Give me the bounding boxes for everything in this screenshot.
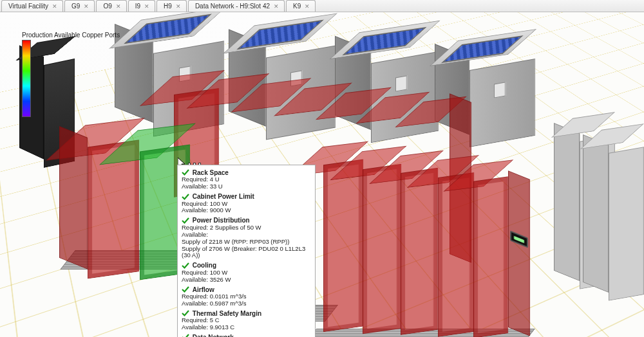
tooltip-value: Available: 3526 W [182, 277, 311, 284]
legend-title: Production Available Copper Ports [22, 32, 151, 39]
close-icon[interactable]: ✕ [176, 3, 181, 10]
close-icon[interactable]: ✕ [305, 3, 310, 10]
check-icon [182, 333, 189, 337]
check-icon [182, 217, 189, 224]
tab-data-network[interactable]: Data Network - H9:Slot 42 ✕ [188, 0, 285, 12]
tab-g9[interactable]: G9 ✕ [64, 0, 95, 12]
tooltip-value: Supply of 2218 W (RPP: RPP03 (RPP)) [182, 239, 311, 246]
legend-gradient [22, 40, 31, 117]
viewport-3d[interactable]: Production Available Copper Ports Rack S… [0, 12, 644, 337]
tab-label: O9 [103, 3, 111, 10]
close-icon[interactable]: ✕ [144, 3, 149, 10]
close-icon[interactable]: ✕ [84, 3, 89, 10]
tooltip-section-title: Cooling [193, 262, 216, 269]
tab-label: Virtual Facility [8, 3, 48, 10]
rack-capacity-tooltip: Rack Space Required: 4 U Available: 33 U… [177, 165, 316, 337]
tab-label: H9 [164, 3, 172, 10]
tooltip-section-title: Cabinet Power Limit [193, 193, 254, 200]
legend: Production Available Copper Ports [22, 32, 151, 117]
tooltip-value: Available: 9.9013 C [182, 324, 311, 331]
tooltip-value: Available: 33 U [182, 183, 311, 190]
tooltip-value: Supply of 2706 W (Breaker: PDU02 0 L1L2L… [182, 246, 311, 260]
tab-virtual-facility[interactable]: Virtual Facility ✕ [1, 0, 63, 12]
tab-label: G9 [71, 3, 80, 10]
tooltip-section-title: Rack Space [193, 169, 229, 176]
tooltip-value: Available: [182, 232, 311, 239]
tab-h9[interactable]: H9 ✕ [156, 0, 187, 12]
check-icon [182, 193, 189, 201]
close-icon[interactable]: ✕ [274, 3, 279, 10]
close-icon[interactable]: ✕ [116, 3, 121, 10]
tab-label: Data Network - H9:Slot 42 [195, 3, 270, 10]
tooltip-value: Available: 0.5987 m^3/s [182, 300, 311, 307]
tooltip-value: Available: 9000 W [182, 207, 311, 214]
tab-bar: Virtual Facility ✕ G9 ✕ O9 ✕ I9 ✕ H9 ✕ D… [0, 0, 644, 12]
tab-label: I9 [135, 3, 140, 10]
tab-label: K9 [293, 3, 301, 10]
tooltip-section-title: Data Network [193, 334, 234, 337]
tooltip-section-title: Power Distribution [193, 217, 250, 224]
tooltip-section-title: Airflow [193, 286, 214, 293]
check-icon [182, 262, 189, 269]
close-icon[interactable]: ✕ [52, 3, 57, 10]
tab-k9[interactable]: K9 ✕ [286, 0, 316, 12]
tab-i9[interactable]: I9 ✕ [128, 0, 155, 12]
tooltip-section-title: Thermal Safety Margin [193, 309, 261, 316]
tab-o9[interactable]: O9 ✕ [96, 0, 126, 12]
